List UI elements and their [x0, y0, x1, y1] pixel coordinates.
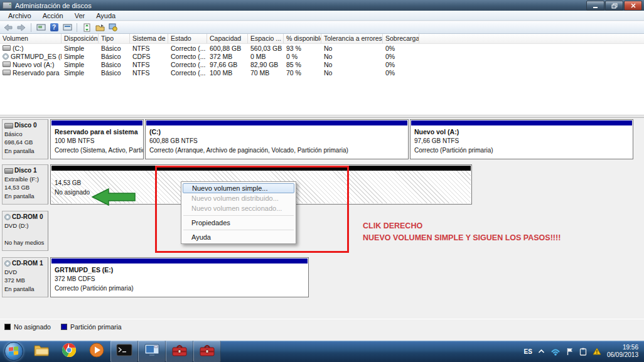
restore-button[interactable] — [605, 1, 623, 11]
partition-body: Nuevo vol (A:)97,66 GB NTFSCorrecto (Par… — [411, 126, 633, 156]
column-header[interactable]: Tipo — [99, 34, 130, 43]
cell: NTFS — [130, 61, 168, 68]
cell: 70 MB — [248, 69, 284, 77]
menu-ver[interactable]: Ver — [69, 11, 91, 20]
start-button[interactable] — [0, 341, 28, 362]
column-header[interactable]: Tolerancia a errores — [321, 34, 383, 43]
context-item-ayuda[interactable]: Ayuda — [183, 232, 294, 242]
volume-row[interactable]: (C:)SimpleBásicoNTFSCorrecto (...600,88 … — [0, 44, 644, 52]
disk-icon — [4, 168, 13, 174]
column-header[interactable]: Volumen — [0, 34, 62, 43]
taskbar-clock[interactable]: 19:56 06/09/2013 — [607, 344, 638, 359]
tray-warning-icon[interactable] — [593, 348, 601, 355]
cell: No — [321, 53, 383, 60]
drive-icon — [3, 61, 11, 67]
cell: 82,90 GB — [248, 61, 284, 68]
back-icon[interactable] — [3, 23, 14, 33]
taskbar-app-toolbox2[interactable] — [193, 341, 221, 362]
refresh-icon[interactable] — [81, 23, 92, 33]
tray-network-icon[interactable] — [550, 348, 561, 356]
partition-grtmupd-es-e-[interactable]: GRTMUPD_ES (E:)372 MB CDFSCorrecto (Part… — [50, 257, 309, 297]
column-header[interactable]: % disponible — [284, 34, 321, 43]
cell: 560,03 GB — [248, 45, 284, 52]
minimize-button[interactable] — [586, 1, 604, 11]
cell: Reservado para el ... — [0, 69, 62, 77]
disk-graphical-view: Disco 0Básico698,64 GBEn pantallaReserva… — [0, 118, 644, 319]
help-icon[interactable]: ? — [48, 23, 60, 33]
column-header[interactable]: Espacio ... — [248, 34, 284, 43]
cell: 600,88 GB — [207, 45, 248, 52]
disk-label-disco-1[interactable]: Disco 1Extraíble (F:)14,53 GBEn pantalla — [2, 164, 48, 205]
disk-info-line: 698,64 GB — [4, 138, 46, 146]
explorer-icon — [33, 343, 50, 359]
column-header[interactable]: Sobrecarga — [383, 34, 419, 43]
menu-bar: ArchivoAcciónVerAyuda — [0, 11, 644, 21]
partition-size: 100 MB NTFS — [55, 137, 139, 146]
disk-info-line: DVD (D:) — [4, 221, 46, 230]
disk-row-cdrom-1: CD-ROM 1DVD372 MBEn pantallaGRTMUPD_ES (… — [0, 257, 644, 299]
settings-icon[interactable] — [107, 23, 119, 33]
partition-reservado-para-el-sistema[interactable]: Reservado para el sistema100 MB NTFSCorr… — [50, 119, 144, 159]
drive-icon — [3, 45, 11, 51]
cell: Simple — [62, 45, 99, 52]
disk-label-disco-0[interactable]: Disco 0Básico698,64 GBEn pantalla — [2, 119, 48, 159]
taskbar-app-monitor[interactable] — [138, 341, 166, 362]
menu-separator — [183, 230, 294, 230]
cell: 85 % — [284, 61, 321, 68]
cd-icon — [3, 53, 9, 60]
taskbar-app-chrome[interactable] — [55, 341, 83, 362]
export-icon[interactable] — [94, 23, 105, 33]
taskbar-app-player[interactable] — [83, 341, 110, 362]
clock-date: 06/09/2013 — [607, 351, 638, 359]
partition--c-[interactable]: (C:)600,88 GB NTFSCorrecto (Arranque, Ar… — [145, 119, 409, 159]
menu-archivo[interactable]: Archivo — [3, 11, 37, 20]
unallocated-strip — [51, 166, 471, 171]
annotation-green-arrow-icon — [92, 188, 136, 208]
console-icon[interactable] — [35, 23, 46, 33]
legend-swatch — [61, 324, 67, 330]
cell: NTFS — [130, 69, 168, 77]
close-button[interactable] — [624, 1, 642, 11]
cell: Nuevo vol (A:) — [0, 61, 62, 68]
tray-icons — [538, 348, 601, 356]
menu-ayuda[interactable]: Ayuda — [90, 11, 121, 20]
disk-management-app-icon — [3, 2, 12, 9]
column-header[interactable]: Capacidad — [207, 34, 248, 43]
console-window-icon[interactable] — [62, 23, 73, 33]
menu-separator — [183, 215, 294, 216]
disk-label-cdrom-1[interactable]: CD-ROM 1DVD372 MBEn pantalla — [2, 257, 48, 297]
context-item-nuevo-volumen-simple[interactable]: Nuevo volumen simple... — [183, 183, 294, 193]
menu-acción[interactable]: Acción — [37, 11, 69, 20]
taskbar-app-terminal[interactable] — [110, 341, 138, 362]
taskbar-app-toolbox1[interactable] — [166, 341, 193, 362]
language-indicator[interactable]: ES — [524, 348, 532, 355]
column-header[interactable]: Disposición — [62, 34, 99, 43]
volume-row[interactable]: Nuevo vol (A:)SimpleBásicoNTFSCorrecto (… — [0, 60, 644, 68]
toolbox1-icon — [171, 343, 188, 359]
legend-item: No asignado — [4, 323, 51, 331]
column-header[interactable]: Estado — [168, 34, 207, 43]
context-item-nuevo-volumen-seccionado: Nuevo volumen seccionado... — [183, 203, 294, 213]
volume-row[interactable]: Reservado para el ...SimpleBásicoNTFSCor… — [0, 68, 644, 77]
taskbar-app-explorer[interactable] — [28, 341, 55, 362]
annotation-line2: NUEVO VOLUMEN SIMPLE Y SIGUEN LOS PASOS!… — [363, 232, 561, 244]
column-header[interactable]: Sistema de ... — [130, 34, 168, 43]
cell: 0 % — [284, 53, 321, 60]
legend-bar: No asignadoPartición primaria — [0, 319, 644, 341]
legend-swatch — [4, 324, 11, 330]
partition-title: Reservado para el sistema — [55, 127, 139, 137]
cd-icon — [4, 260, 11, 267]
legend-label: No asignado — [14, 323, 51, 331]
tray-clipboard-icon[interactable] — [579, 348, 587, 356]
partition-nuevo-vol-a-[interactable]: Nuevo vol (A:)97,66 GB NTFSCorrecto (Par… — [410, 119, 633, 159]
toolbar: ? — [0, 21, 644, 34]
context-item-propiedades[interactable]: Propiedades — [183, 218, 294, 228]
taskbar-apps — [0, 341, 221, 362]
tray-chevron-up-icon[interactable] — [538, 349, 545, 354]
cell: Básico — [99, 45, 130, 52]
forward-icon[interactable] — [16, 23, 27, 33]
disk-label-cdrom-0[interactable]: CD-ROM 0DVD (D:) No hay medios — [2, 211, 48, 251]
volume-row[interactable]: GRTMUPD_ES (E:)SimpleBásicoCDFSCorrecto … — [0, 52, 644, 60]
drive-icon — [3, 70, 11, 75]
tray-flag-icon[interactable] — [566, 348, 574, 356]
